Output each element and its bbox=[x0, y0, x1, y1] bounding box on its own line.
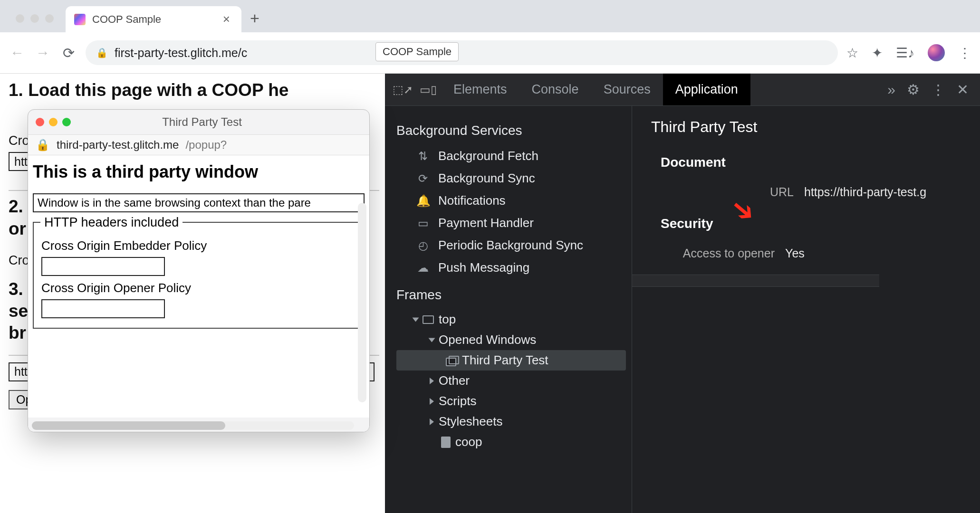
popup-url-host: third-party-test.glitch.me bbox=[57, 138, 179, 152]
page-heading-3a: 3. bbox=[9, 279, 23, 299]
page-heading-1: 1. Load this page with a COOP he bbox=[9, 79, 376, 101]
page-heading-2a: 2. bbox=[9, 197, 23, 216]
clock-icon: ◴ bbox=[416, 239, 430, 252]
detail-separator bbox=[632, 275, 879, 287]
window-icon bbox=[446, 356, 457, 365]
section-security: Security bbox=[661, 216, 980, 231]
address-bar[interactable]: 🔒 first-party-test.glitch.me/c COOP Samp… bbox=[86, 40, 838, 65]
frame-scripts[interactable]: Scripts bbox=[396, 391, 632, 411]
frame-third-party-test[interactable]: Third Party Test bbox=[396, 350, 626, 370]
popup-maximize-icon[interactable] bbox=[62, 118, 71, 126]
key-access-to-opener: Access to opener bbox=[670, 247, 775, 260]
tab-close-icon[interactable]: × bbox=[220, 12, 233, 27]
sidebar-item-periodic-background-sync[interactable]: ◴Periodic Background Sync bbox=[396, 234, 632, 256]
fieldset-legend: HTTP headers included bbox=[40, 215, 183, 230]
card-icon: ▭ bbox=[416, 217, 430, 230]
sidebar-item-background-sync[interactable]: ⟳Background Sync bbox=[396, 167, 632, 190]
more-tabs-icon[interactable]: » bbox=[887, 82, 895, 98]
application-sidebar: Background Services ⇅Background Fetch ⟳B… bbox=[385, 106, 632, 513]
coep-label: Cross Origin Embedder Policy bbox=[41, 238, 356, 253]
context-banner: Window is in the same browsing context t… bbox=[33, 193, 365, 212]
sidebar-item-payment-handler[interactable]: ▭Payment Handler bbox=[396, 212, 632, 234]
frame-icon bbox=[423, 315, 434, 324]
frame-other[interactable]: Other bbox=[396, 370, 632, 391]
sidebar-item-notifications[interactable]: 🔔Notifications bbox=[396, 190, 632, 212]
window-controls bbox=[16, 14, 54, 23]
new-tab-button[interactable]: + bbox=[250, 9, 259, 28]
disclosure-triangle-icon bbox=[413, 317, 419, 322]
window-maximize-icon[interactable] bbox=[45, 14, 54, 23]
coep-input[interactable] bbox=[41, 257, 165, 276]
tab-sources[interactable]: Sources bbox=[591, 74, 663, 105]
tab-strip: COOP Sample × + bbox=[0, 0, 980, 32]
forward-button[interactable]: → bbox=[34, 45, 51, 61]
document-icon bbox=[441, 437, 451, 448]
frame-coop[interactable]: coop bbox=[396, 432, 632, 452]
popup-window: Third Party Test 🔒 third-party-test.glit… bbox=[28, 109, 370, 432]
profile-avatar-icon[interactable] bbox=[928, 44, 945, 61]
device-toolbar-icon[interactable]: ▭▯ bbox=[415, 83, 441, 96]
row-url: URL https://third-party-test.g bbox=[651, 182, 980, 202]
browser-chrome: COOP Sample × + ← → ⟳ 🔒 first-party-test… bbox=[0, 0, 980, 74]
inspect-element-icon[interactable]: ⬚➚ bbox=[390, 83, 415, 96]
window-minimize-icon[interactable] bbox=[30, 14, 39, 23]
settings-gear-icon[interactable]: ⚙ bbox=[907, 81, 920, 98]
disclosure-triangle-icon bbox=[429, 338, 435, 342]
row-access-to-opener: Access to opener Yes bbox=[651, 244, 980, 263]
popup-titlebar[interactable]: Third Party Test bbox=[28, 110, 369, 134]
popup-address-bar[interactable]: 🔒 third-party-test.glitch.me/popup? bbox=[28, 134, 369, 155]
url-tooltip: COOP Sample bbox=[375, 42, 459, 61]
tab-console[interactable]: Console bbox=[519, 74, 591, 105]
popup-page: This is a third party window Window is i… bbox=[28, 155, 369, 418]
devtools-close-icon[interactable]: ✕ bbox=[957, 81, 969, 98]
section-background-services: Background Services bbox=[396, 123, 632, 138]
reload-button[interactable]: ⟳ bbox=[60, 45, 77, 61]
bell-icon: 🔔 bbox=[416, 194, 430, 208]
bookmark-star-icon[interactable]: ☆ bbox=[846, 45, 858, 61]
tab-title: COOP Sample bbox=[92, 13, 213, 26]
url-text: first-party-test.glitch.me/c bbox=[115, 46, 247, 60]
extensions-icon[interactable]: ✦ bbox=[872, 45, 883, 61]
page-heading-2b: or bbox=[9, 219, 26, 238]
lock-icon: 🔒 bbox=[96, 47, 108, 58]
detail-title: Third Party Test bbox=[651, 118, 980, 136]
back-button[interactable]: ← bbox=[9, 45, 26, 61]
toolbar: ← → ⟳ 🔒 first-party-test.glitch.me/c COO… bbox=[0, 32, 980, 74]
frame-stylesheets[interactable]: Stylesheets bbox=[396, 411, 632, 432]
fetch-icon: ⇅ bbox=[416, 150, 430, 163]
browser-tab[interactable]: COOP Sample × bbox=[66, 6, 241, 32]
popup-close-icon[interactable] bbox=[36, 118, 44, 126]
popup-vertical-scrollbar[interactable] bbox=[358, 203, 366, 402]
sidebar-item-push-messaging[interactable]: ☁Push Messaging bbox=[396, 256, 632, 279]
popup-minimize-icon[interactable] bbox=[49, 118, 58, 126]
popup-url-path: /popup? bbox=[185, 138, 227, 152]
devtools: ⬚➚ ▭▯ Elements Console Sources Applicati… bbox=[385, 74, 980, 513]
frame-top[interactable]: top bbox=[396, 309, 632, 330]
tab-elements[interactable]: Elements bbox=[441, 74, 519, 105]
sidebar-item-background-fetch[interactable]: ⇅Background Fetch bbox=[396, 145, 632, 167]
frame-opened-windows[interactable]: Opened Windows bbox=[396, 330, 632, 350]
devtools-tabstrip: ⬚➚ ▭▯ Elements Console Sources Applicati… bbox=[385, 74, 980, 106]
val-access-to-opener: Yes bbox=[785, 247, 805, 260]
devtools-menu-icon[interactable]: ⋮ bbox=[931, 81, 945, 98]
browser-menu-icon[interactable]: ⋮ bbox=[958, 45, 971, 61]
sync-icon: ⟳ bbox=[416, 172, 430, 185]
lock-icon: 🔒 bbox=[36, 138, 50, 152]
devtools-body: Background Services ⇅Background Fetch ⟳B… bbox=[385, 106, 980, 513]
window-close-icon[interactable] bbox=[16, 14, 24, 23]
popup-horizontal-scrollbar[interactable] bbox=[32, 421, 354, 430]
section-frames: Frames bbox=[396, 287, 632, 303]
reading-list-icon[interactable]: ☰♪ bbox=[896, 45, 914, 61]
coop-input[interactable] bbox=[41, 299, 165, 318]
coop-label: Cross Origin Opener Policy bbox=[41, 281, 356, 295]
frame-detail-pane: Third Party Test Document URL https://th… bbox=[632, 106, 980, 513]
tab-favicon-icon bbox=[74, 14, 86, 25]
popup-title: Third Party Test bbox=[76, 115, 328, 129]
tab-application[interactable]: Application bbox=[663, 74, 750, 105]
disclosure-triangle-icon bbox=[430, 418, 434, 425]
scrollbar-thumb[interactable] bbox=[32, 421, 225, 430]
section-document: Document bbox=[661, 155, 980, 170]
disclosure-triangle-icon bbox=[430, 398, 434, 405]
page-heading-3c: br bbox=[9, 323, 26, 342]
cloud-icon: ☁ bbox=[416, 261, 430, 275]
